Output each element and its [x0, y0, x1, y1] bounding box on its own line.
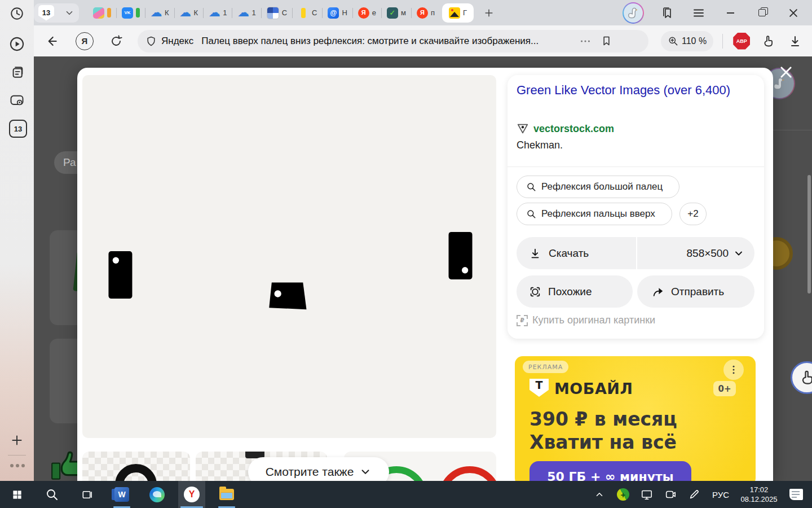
- extension-icon[interactable]: [761, 34, 775, 48]
- viewed-image-canvas[interactable]: [82, 75, 496, 438]
- notes-pages-icon[interactable]: [8, 63, 26, 81]
- tab-item[interactable]: ☁1: [204, 3, 232, 23]
- window-restore-button[interactable]: [753, 5, 770, 21]
- ad-brand-name: МОБАЙЛ: [554, 380, 633, 397]
- site-shield-icon[interactable]: [145, 36, 157, 47]
- back-button[interactable]: [44, 34, 59, 49]
- panel-divider: [508, 167, 764, 167]
- tray-date: 08.12.2025: [735, 494, 783, 504]
- share-button[interactable]: Отправить: [637, 275, 754, 308]
- zoom-in-icon: [668, 36, 678, 46]
- download-icon: [529, 247, 541, 260]
- tab-counter-button[interactable]: 13: [34, 3, 79, 23]
- favicon-sliver: [136, 8, 140, 17]
- goose-avatar-icon: [626, 6, 641, 20]
- language-indicator[interactable]: РУС: [706, 490, 735, 500]
- tab-item[interactable]: Яп: [412, 3, 440, 23]
- check-favicon: ✓: [387, 7, 398, 19]
- bookmark-flag-icon[interactable]: [601, 35, 612, 47]
- reload-button[interactable]: [109, 34, 123, 48]
- zoom-control[interactable]: 110 %: [661, 31, 713, 51]
- tab-item[interactable]: С: [293, 3, 322, 23]
- start-button[interactable]: [3, 481, 30, 508]
- cloud-favicon: ☁: [151, 7, 162, 19]
- windows-taskbar: W Y + РУС 17:02 08.12.2025: [0, 481, 812, 508]
- screenshot-icon[interactable]: [8, 91, 26, 110]
- share-icon: [652, 286, 664, 298]
- related-query-chip[interactable]: Рефлексия большой палец: [517, 176, 679, 198]
- yandex-browser-taskbar-icon[interactable]: Y: [178, 481, 205, 508]
- related-query-chip[interactable]: Рефлексия пальцы вверх: [517, 203, 672, 225]
- tab-item[interactable]: ☁К: [145, 3, 174, 23]
- tabs-count-badge[interactable]: 13: [9, 120, 27, 138]
- display-tray-icon[interactable]: [635, 481, 659, 508]
- tab-item[interactable]: Яе: [353, 3, 381, 23]
- ad-badge: РЕКЛАМА: [523, 361, 568, 373]
- viewer-close-button[interactable]: [777, 63, 795, 81]
- word-taskbar-icon[interactable]: W: [108, 481, 135, 508]
- window-minimize-button[interactable]: [722, 5, 739, 21]
- tab-counter-value: 13: [38, 5, 54, 21]
- tab-item[interactable]: С: [262, 3, 292, 23]
- similar-images-button[interactable]: Похожие: [517, 275, 633, 308]
- media-play-icon[interactable]: [8, 35, 26, 53]
- cloud-favicon: ☁: [237, 7, 249, 19]
- pen-tray-icon[interactable]: [682, 481, 706, 508]
- task-view-button[interactable]: [73, 481, 100, 508]
- new-tab-button[interactable]: [479, 3, 498, 23]
- see-also-button[interactable]: Смотрите также: [248, 457, 389, 481]
- tab-item[interactable]: @Н: [323, 3, 352, 23]
- browser-toolbar: Я Яндекс Палец вверх палец вниз рефлекси…: [34, 25, 812, 56]
- ad-cta-button[interactable]: 50 ГБ + ∞ минуты: [529, 461, 691, 481]
- chevron-down-icon: [733, 248, 744, 259]
- profile-avatar[interactable]: [623, 2, 644, 24]
- thumbs-down-artwork: [358, 217, 476, 327]
- more-chips-button[interactable]: +2: [679, 203, 707, 225]
- vk-favicon: VK: [122, 7, 133, 19]
- image-author: Chekman.: [517, 139, 563, 151]
- rail-divider: [8, 455, 26, 456]
- neutral-hand-artwork: [233, 198, 338, 316]
- ad-options-button[interactable]: [723, 360, 744, 380]
- window-close-button[interactable]: [785, 5, 802, 21]
- search-icon: [526, 209, 536, 219]
- downloads-button[interactable]: [788, 34, 802, 48]
- related-thumbnail[interactable]: [82, 452, 190, 481]
- file-explorer-taskbar-icon[interactable]: [213, 481, 240, 508]
- more-actions-icon[interactable]: [579, 35, 592, 47]
- download-size-selector[interactable]: 858×500: [637, 237, 754, 269]
- tab-item[interactable]: ☁1: [232, 3, 261, 23]
- edge-taskbar-icon[interactable]: [143, 481, 170, 508]
- tab-item[interactable]: [88, 3, 116, 23]
- download-button[interactable]: Скачать: [517, 237, 636, 269]
- tab-item[interactable]: ☁К: [175, 3, 204, 23]
- tab-strip: 13 VK ☁К ☁К ☁1 ☁1 С С @Н Яе ✓м Яп Г: [34, 0, 812, 25]
- adblock-extension-icon[interactable]: ABP: [733, 33, 750, 50]
- yandex-home-button[interactable]: Я: [76, 32, 94, 50]
- add-panel-icon[interactable]: [8, 431, 26, 449]
- tray-expand-icon[interactable]: [588, 481, 611, 508]
- page-scrollbar-thumb[interactable]: [807, 175, 811, 294]
- rail-more-icon[interactable]: [10, 464, 25, 467]
- yandex-favicon: Я: [417, 7, 428, 19]
- clock-date[interactable]: 17:02 08.12.2025: [735, 485, 783, 504]
- image-title-link[interactable]: Green Like Vector Images (over 6,400): [517, 82, 742, 99]
- pointer-tool-button[interactable]: [791, 361, 812, 394]
- tab-item[interactable]: VK: [117, 3, 145, 23]
- camera-tray-icon[interactable]: [659, 481, 682, 508]
- bookmarks-panel-icon[interactable]: [659, 5, 676, 21]
- source-site-link[interactable]: vectorstock.com: [533, 123, 614, 135]
- tab-item-active[interactable]: Г: [442, 3, 474, 23]
- ruble-icon: ₽: [517, 315, 528, 326]
- notification-center-icon[interactable]: [783, 481, 810, 508]
- address-bar[interactable]: Яндекс Палец вверх палец вниз рефлексия:…: [138, 30, 648, 52]
- menu-icon[interactable]: [690, 5, 707, 21]
- antivirus-tray-icon[interactable]: +: [611, 481, 635, 508]
- ad-banner[interactable]: РЕКЛАМА Т МОБАЙЛ 0+ 390 ₽ в месяц Хватит…: [515, 356, 756, 481]
- tab-item[interactable]: ✓м: [382, 3, 411, 23]
- dimmed-divider: [773, 130, 812, 130]
- buy-original-link[interactable]: ₽ Купить оригинал картинки: [517, 314, 655, 326]
- browser-side-rail: 13: [0, 0, 34, 481]
- history-clock-icon[interactable]: [8, 5, 26, 23]
- taskbar-search-button[interactable]: [38, 481, 65, 508]
